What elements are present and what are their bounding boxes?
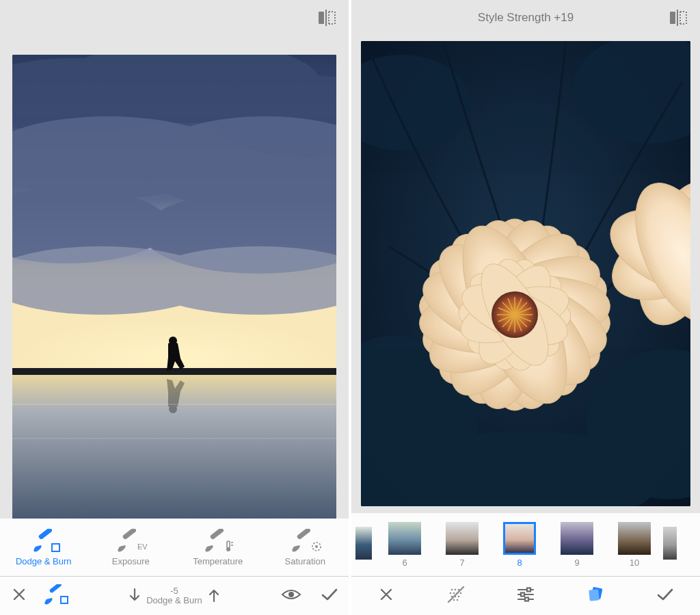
brush-square-icon — [23, 529, 64, 552]
filter-swatch — [561, 522, 593, 555]
preview-eye-button[interactable] — [272, 588, 310, 604]
style-presets-button[interactable] — [576, 586, 615, 605]
svg-rect-29 — [209, 529, 224, 540]
svg-rect-26 — [52, 544, 59, 551]
svg-point-31 — [226, 547, 230, 551]
svg-text:EV: EV — [137, 542, 148, 551]
filter-label: 10 — [606, 558, 663, 568]
close-button[interactable] — [0, 587, 38, 605]
svg-rect-34 — [297, 529, 312, 540]
svg-point-90 — [455, 589, 457, 591]
svg-rect-23 — [12, 404, 336, 405]
tool-saturation[interactable]: Saturation — [266, 529, 345, 566]
svg-point-95 — [460, 592, 462, 594]
svg-point-36 — [315, 545, 318, 548]
tool-label: Dodge & Burn — [16, 556, 72, 566]
svg-point-99 — [453, 599, 455, 601]
filter-thumb-10[interactable]: 10 — [606, 522, 663, 568]
tool-temperature[interactable]: Temperature — [178, 529, 257, 566]
brush-ev-icon: EV — [110, 529, 151, 552]
filter-swatch — [618, 522, 651, 555]
apply-button[interactable] — [646, 588, 684, 604]
param-readout: -5 Dodge & Burn — [146, 586, 202, 605]
right-photo-canvas[interactable] — [361, 41, 690, 506]
svg-point-39 — [288, 592, 294, 597]
filter-label: 6 — [376, 558, 433, 568]
param-name: Dodge & Burn — [146, 596, 202, 605]
filter-label: 8 — [491, 558, 548, 568]
filter-thumb-9[interactable]: 9 — [548, 522, 606, 568]
filter-swatch — [663, 527, 677, 560]
apply-button[interactable] — [310, 588, 349, 604]
tune-button[interactable] — [507, 587, 545, 605]
brush-tool-row: Dodge & Burn EV Exposure — [0, 519, 349, 577]
svg-point-100 — [457, 599, 459, 601]
tool-exposure[interactable]: EV Exposure — [92, 529, 170, 566]
tool-label: Temperature — [193, 556, 243, 566]
svg-rect-103 — [527, 588, 530, 592]
filter-thumb-partial[interactable] — [663, 527, 677, 562]
svg-rect-107 — [525, 598, 528, 601]
mask-off-button[interactable] — [437, 586, 475, 606]
svg-rect-25 — [38, 529, 53, 540]
right-topbar: Style Strength +19 — [351, 0, 700, 36]
tool-dodge-burn[interactable]: Dodge & Burn — [4, 529, 83, 566]
svg-rect-0 — [319, 12, 324, 24]
svg-rect-27 — [122, 529, 137, 540]
active-brush-icon[interactable] — [38, 584, 77, 607]
brush-aperture-icon — [284, 529, 325, 552]
decrease-button[interactable] — [129, 587, 141, 605]
svg-rect-37 — [49, 584, 62, 594]
param-value: -5 — [170, 586, 178, 596]
svg-rect-105 — [521, 593, 524, 597]
filter-thumb-6[interactable]: 6 — [376, 522, 433, 568]
filter-swatch — [446, 522, 479, 555]
svg-point-92 — [450, 592, 452, 594]
filter-preset-row[interactable]: 678910 — [351, 513, 700, 577]
left-photo-canvas[interactable] — [12, 55, 336, 520]
brush-thermo-icon — [198, 529, 239, 552]
param-stepper: -5 Dodge & Burn — [77, 586, 272, 605]
svg-point-93 — [453, 592, 455, 594]
left-topbar — [0, 0, 349, 36]
filter-swatch — [388, 522, 421, 555]
increase-button[interactable] — [208, 587, 220, 605]
filter-label: 9 — [548, 558, 606, 568]
filter-label: 7 — [433, 558, 491, 568]
svg-rect-30 — [227, 541, 230, 548]
compare-icon[interactable] — [317, 10, 336, 26]
right-pane: Style Strength +19 — [351, 0, 700, 615]
svg-rect-38 — [61, 597, 68, 603]
filter-thumb-7[interactable]: 7 — [433, 522, 491, 568]
style-strength-label: Style Strength +19 — [478, 11, 574, 25]
compare-icon[interactable] — [669, 10, 688, 26]
left-bottom-bar: -5 Dodge & Burn — [0, 577, 349, 615]
right-bottom-bar — [351, 577, 700, 615]
svg-rect-24 — [12, 438, 336, 439]
filter-thumb-8[interactable]: 8 — [491, 522, 548, 568]
filter-swatch — [355, 527, 372, 560]
svg-rect-17 — [12, 368, 336, 375]
svg-rect-40 — [670, 12, 675, 24]
svg-point-89 — [451, 589, 453, 591]
close-button[interactable] — [367, 587, 405, 605]
filter-thumb-partial[interactable] — [355, 527, 376, 562]
svg-point-98 — [458, 596, 460, 598]
svg-rect-109 — [589, 589, 600, 601]
left-pane: Dodge & Burn EV Exposure — [0, 0, 349, 615]
filter-swatch — [503, 522, 536, 555]
tool-label: Saturation — [285, 556, 325, 566]
tool-label: Exposure — [112, 556, 150, 566]
